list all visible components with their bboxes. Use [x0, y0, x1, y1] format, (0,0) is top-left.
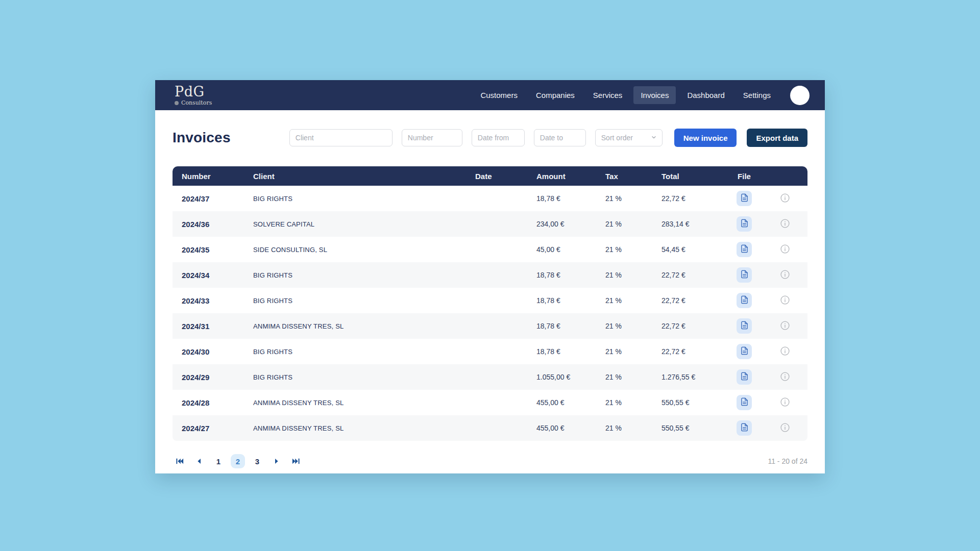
- nav-item-invoices[interactable]: Invoices: [633, 86, 676, 104]
- invoice-amount: 1.055,00 €: [527, 373, 596, 381]
- file-download-button[interactable]: [737, 242, 752, 257]
- info-button[interactable]: [778, 294, 792, 307]
- file-download-button[interactable]: [737, 216, 752, 232]
- invoice-client: ANMIMA DISSENY TRES, SL: [244, 322, 466, 330]
- info-icon: [780, 193, 790, 205]
- table-row: 2024/33BIG RIGHTS18,78 €21 %22,72 €: [173, 288, 807, 313]
- info-icon: [780, 269, 790, 281]
- invoice-tax: 21 %: [596, 424, 652, 432]
- number-filter-input[interactable]: [402, 129, 462, 146]
- filter-bar: Sort order: [289, 129, 663, 146]
- column-header-tax: Tax: [596, 172, 652, 181]
- invoice-total: 22,72 €: [652, 296, 726, 305]
- export-data-button[interactable]: Export data: [747, 129, 807, 147]
- info-button[interactable]: [778, 421, 792, 435]
- file-download-button[interactable]: [737, 395, 752, 410]
- file-document-icon: [740, 397, 749, 408]
- table-row: 2024/29BIG RIGHTS1.055,00 €21 %1.276,55 …: [173, 364, 807, 390]
- invoice-number: 2024/37: [173, 194, 244, 203]
- client-filter-input[interactable]: [289, 129, 393, 146]
- info-button[interactable]: [778, 319, 792, 333]
- pagination: 123: [173, 454, 303, 468]
- invoice-total: 283,14 €: [652, 220, 726, 228]
- invoice-client: BIG RIGHTS: [244, 195, 466, 203]
- file-download-button[interactable]: [737, 191, 752, 206]
- invoice-tax: 21 %: [596, 347, 652, 356]
- invoice-tax: 21 %: [596, 271, 652, 279]
- invoice-amount: 45,00 €: [527, 245, 596, 254]
- file-document-icon: [740, 244, 749, 255]
- next-page-button[interactable]: [270, 454, 284, 468]
- invoice-tax: 21 %: [596, 220, 652, 228]
- avatar[interactable]: [790, 86, 810, 105]
- invoice-amount: 18,78 €: [527, 322, 596, 330]
- invoice-number: 2024/33: [173, 296, 244, 305]
- file-download-button[interactable]: [737, 344, 752, 359]
- info-icon: [780, 320, 790, 332]
- column-header-total: Total: [652, 172, 726, 181]
- nav-item-settings[interactable]: Settings: [736, 86, 778, 104]
- table-row: 2024/30BIG RIGHTS18,78 €21 %22,72 €: [173, 339, 807, 364]
- nav-item-services[interactable]: Services: [586, 86, 630, 104]
- table-row: 2024/35SIDE CONSULTING, SL45,00 €21 %54,…: [173, 237, 807, 262]
- column-header-file: File: [726, 172, 762, 181]
- invoice-tax: 21 %: [596, 194, 652, 203]
- page-button-3[interactable]: 3: [250, 454, 264, 468]
- info-button[interactable]: [778, 243, 792, 256]
- sort-order-select[interactable]: Sort order: [595, 129, 663, 146]
- file-download-button[interactable]: [737, 420, 752, 436]
- info-icon: [780, 346, 790, 358]
- file-document-icon: [740, 295, 749, 306]
- invoice-tax: 21 %: [596, 296, 652, 305]
- page-button-2[interactable]: 2: [231, 454, 245, 468]
- info-button[interactable]: [778, 396, 792, 409]
- first-page-button[interactable]: [173, 454, 187, 468]
- invoice-number: 2024/29: [173, 373, 244, 382]
- table-body: 2024/37BIG RIGHTS18,78 €21 %22,72 €2024/…: [173, 186, 807, 441]
- table-footer: 123 11 - 20 of 24: [173, 454, 807, 468]
- table-row: 2024/37BIG RIGHTS18,78 €21 %22,72 €: [173, 186, 807, 211]
- previous-page-button[interactable]: [192, 454, 206, 468]
- invoice-amount: 455,00 €: [527, 398, 596, 407]
- main-content: Invoices Sort order New invoice Export d…: [155, 110, 825, 473]
- column-header-amount: Amount: [527, 172, 596, 181]
- file-download-button[interactable]: [737, 369, 752, 385]
- nav-item-dashboard[interactable]: Dashboard: [680, 86, 731, 104]
- page-button-1[interactable]: 1: [211, 454, 226, 468]
- logo: PdG Consultors: [175, 85, 212, 106]
- invoice-client: BIG RIGHTS: [244, 373, 466, 381]
- invoice-total: 22,72 €: [652, 322, 726, 330]
- info-button[interactable]: [778, 217, 792, 231]
- invoice-number: 2024/31: [173, 322, 244, 331]
- invoice-total: 550,55 €: [652, 424, 726, 432]
- main-nav: CustomersCompaniesServicesInvoicesDashbo…: [473, 86, 778, 104]
- invoice-total: 22,72 €: [652, 271, 726, 279]
- invoice-amount: 18,78 €: [527, 271, 596, 279]
- toolbar-row: Invoices Sort order New invoice Export d…: [173, 129, 807, 147]
- top-navigation-bar: PdG Consultors CustomersCompaniesService…: [155, 80, 825, 110]
- invoice-tax: 21 %: [596, 398, 652, 407]
- invoice-client: BIG RIGHTS: [244, 297, 466, 305]
- file-document-icon: [740, 321, 749, 331]
- new-invoice-button[interactable]: New invoice: [674, 129, 737, 147]
- invoice-number: 2024/36: [173, 220, 244, 229]
- column-header-number: Number: [173, 172, 244, 181]
- nav-item-companies[interactable]: Companies: [529, 86, 582, 104]
- date-to-filter-input[interactable]: [534, 129, 586, 146]
- invoice-tax: 21 %: [596, 322, 652, 330]
- info-button[interactable]: [778, 192, 792, 205]
- nav-item-customers[interactable]: Customers: [473, 86, 525, 104]
- file-document-icon: [740, 219, 749, 229]
- file-download-button[interactable]: [737, 267, 752, 283]
- file-download-button[interactable]: [737, 293, 752, 308]
- file-download-button[interactable]: [737, 318, 752, 334]
- info-button[interactable]: [778, 345, 792, 358]
- info-button[interactable]: [778, 370, 792, 384]
- invoice-amount: 18,78 €: [527, 347, 596, 356]
- invoice-client: BIG RIGHTS: [244, 348, 466, 356]
- invoice-amount: 18,78 €: [527, 194, 596, 203]
- date-from-filter-input[interactable]: [472, 129, 525, 146]
- last-page-button[interactable]: [289, 454, 303, 468]
- info-button[interactable]: [778, 268, 792, 282]
- table-header: NumberClientDateAmountTaxTotalFile: [173, 166, 807, 186]
